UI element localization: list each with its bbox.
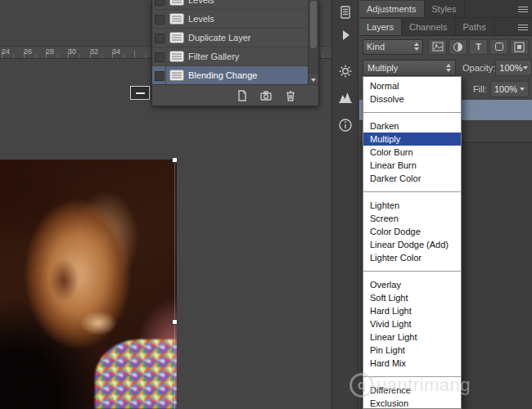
blend-mode-option[interactable]: Normal [363,79,461,92]
chevron-down-icon [520,88,525,91]
scrollbar-thumb[interactable] [310,1,317,48]
adjustment-filter-icon[interactable] [449,39,467,55]
smart-object-filter-icon[interactable] [510,39,529,55]
pixel-filter-icon[interactable] [428,39,447,55]
filter-kind-dropdown[interactable]: Kind [363,39,423,55]
watermark-text: uantrimang [376,375,471,396]
history-state-label: Levels [188,14,214,24]
chevron-down-icon [311,79,316,82]
blend-mode-option[interactable]: Lighter Color [363,251,461,264]
blend-mode-option[interactable]: Vivid Light [363,317,461,330]
history-state-row[interactable]: Blending Change [152,66,308,85]
history-state-label: Duplicate Layer [188,33,250,43]
minimize-icon [136,92,145,94]
tab-channels[interactable]: Channels [402,19,455,35]
opacity-dropdown[interactable]: 100% [495,60,531,76]
history-state-row[interactable]: Filter Gallery [152,47,308,66]
transform-handle[interactable] [172,319,178,325]
ruler-mark: 24 [2,47,10,56]
history-scrollbar[interactable] [308,0,318,85]
delete-trash-icon[interactable] [284,89,297,102]
filter-buttons: T [426,39,529,55]
panel-menu-icon[interactable] [518,25,528,30]
history-state-icon [169,0,184,6]
tab-paths[interactable]: Paths [456,19,494,35]
ruler-mark: 32 [90,47,98,56]
history-state-icon [169,70,184,81]
ruler-mark: 34 [112,47,120,56]
watermark-logo: q [349,373,374,398]
blend-mode-option[interactable]: Multiply [363,133,461,146]
blend-mode-option[interactable]: Soft Light [363,291,461,304]
history-state-row[interactable]: Levels [152,0,308,10]
history-set-source-checkbox[interactable] [152,66,166,84]
history-state-row[interactable]: Levels [152,10,308,29]
blend-mode-group: NormalDissolve [363,79,461,106]
history-icon[interactable] [332,2,358,23]
blend-mode-option[interactable]: Lighten [363,199,461,212]
blend-mode-option[interactable]: Exclusion [363,397,461,409]
blend-mode-option[interactable]: Color Burn [363,146,461,159]
history-state-icon [169,32,184,43]
watermark: q uantrimang [349,373,471,398]
ruler-mark: 26 [24,47,32,56]
info-icon[interactable] [332,115,358,136]
blend-mode-option[interactable]: Color Dodge [363,225,461,238]
photoshop-window: 242628303234 LevelsLevelsDuplicate Layer… [0,0,532,409]
history-state-icon [169,51,184,62]
document-image[interactable] [0,160,177,409]
blend-mode-value: Multiply [367,63,398,73]
snapshot-camera-icon[interactable] [259,89,273,102]
adjustments-styles-tabbar: AdjustmentsStyles [359,0,532,18]
history-set-source-checkbox[interactable] [152,10,166,28]
history-state-row[interactable]: Duplicate Layer [152,29,308,47]
blend-mode-option[interactable]: Linear Light [363,330,461,344]
blend-mode-option[interactable]: Screen [363,212,461,225]
blend-mode-option[interactable]: Darker Color [363,172,461,185]
fill-dropdown[interactable]: 100% [490,81,529,97]
tab-layers[interactable]: Layers [359,19,402,35]
updown-arrows-icon [414,43,419,51]
history-state-icon [169,13,184,25]
opacity-value: 100% [499,63,522,73]
collapsed-panel-button[interactable] [130,86,150,100]
shape-filter-icon[interactable] [489,39,508,55]
histogram-icon[interactable] [332,87,358,108]
new-document-from-state-icon[interactable] [235,89,248,102]
blend-mode-option[interactable]: Darken [363,119,461,133]
type-filter-icon[interactable]: T [469,39,488,55]
transform-bounds-edge [174,160,175,409]
opacity-label: Opacity: [462,63,495,73]
blend-mode-option[interactable]: Linear Burn [363,159,461,172]
blend-mode-dropdown[interactable]: Multiply [363,60,456,76]
blend-mode-option[interactable]: Hard Light [363,304,461,317]
filter-kind-label: Kind [367,42,385,52]
blend-mode-option[interactable]: Pin Light [363,344,461,357]
chevron-down-icon [523,66,528,70]
fill-label: Fill: [473,84,487,94]
blend-mode-group: DarkenMultiplyColor BurnLinear BurnDarke… [363,112,461,185]
actions-play-icon[interactable] [332,25,358,46]
history-set-source-checkbox[interactable] [152,0,166,9]
layers-channels-paths-tabbar: LayersChannelsPaths [359,18,532,36]
tab-adjustments[interactable]: Adjustments [359,1,425,17]
history-panel: LevelsLevelsDuplicate LayerFilter Galler… [151,0,319,106]
transform-handle[interactable] [172,157,178,163]
history-state-label: Levels [188,0,214,5]
blend-mode-option[interactable]: Overlay [363,278,461,291]
history-set-source-checkbox[interactable] [152,29,166,47]
blend-mode-option[interactable]: Linear Dodge (Add) [363,238,461,251]
panel-menu-icon[interactable] [518,7,528,12]
blend-mode-menu: NormalDissolveDarkenMultiplyColor BurnLi… [363,76,462,409]
history-state-label: Filter Gallery [188,52,239,61]
panel-dock-strip [331,0,358,409]
blend-mode-group: OverlaySoft LightHard LightVivid LightLi… [363,271,461,370]
tab-styles[interactable]: Styles [425,1,465,17]
adjustments-sun-icon[interactable] [332,61,358,82]
blend-mode-option[interactable]: Dissolve [363,92,461,106]
blend-mode-option[interactable]: Hard Mix [363,357,461,370]
history-set-source-checkbox[interactable] [152,47,166,65]
watermark-logo-letter: q [358,377,366,393]
history-states-list: LevelsLevelsDuplicate LayerFilter Galler… [152,0,308,85]
image-colorful-region [95,339,177,409]
